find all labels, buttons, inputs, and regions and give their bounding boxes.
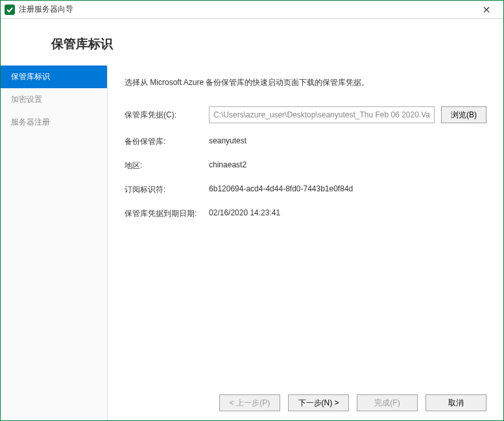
credential-row: 保管库凭据(C): C:\Users\azure_user\Desktop\se…: [125, 106, 486, 123]
subscription-id-value: 6b120694-acd4-4d44-8fd0-7443b1e0f84d: [209, 184, 353, 195]
backup-vault-row: 备份保管库: seanyutest: [125, 136, 486, 147]
region-row: 地区: chinaeast2: [125, 160, 486, 171]
description-text: 选择从 Microsoft Azure 备份保管库的快速启动页面下载的保管库凭据…: [125, 77, 486, 88]
sidebar-item-server-registration[interactable]: 服务器注册: [1, 111, 107, 134]
region-value: chinaeast2: [209, 160, 246, 171]
credential-path-input[interactable]: C:\Users\azure_user\Desktop\seanyutest_T…: [209, 106, 435, 123]
wizard-main: 选择从 Microsoft Azure 备份保管库的快速启动页面下载的保管库凭据…: [108, 66, 503, 420]
expiry-row: 保管库凭据到期日期: 02/16/2020 14:23:41: [125, 208, 486, 219]
wizard-sidebar: 保管库标识 加密设置 服务器注册: [1, 66, 108, 420]
app-icon: [5, 5, 15, 15]
wizard-footer: < 上一步(P) 下一步(N) > 完成(F) 取消: [219, 394, 486, 411]
titlebar: 注册服务器向导: [1, 1, 503, 19]
expiry-value: 02/16/2020 14:23:41: [209, 208, 280, 219]
next-button[interactable]: 下一步(N) >: [288, 394, 349, 411]
expiry-label: 保管库凭据到期日期:: [125, 208, 209, 219]
close-icon: [483, 6, 490, 13]
close-button[interactable]: [474, 1, 499, 18]
subscription-id-label: 订阅标识符:: [125, 184, 209, 195]
backup-vault-value: seanyutest: [209, 136, 246, 147]
browse-button[interactable]: 浏览(B): [441, 106, 486, 123]
page-title: 保管库标识: [51, 36, 471, 53]
registration-wizard-window: 注册服务器向导 保管库标识 保管库标识 加密设置 服务器注册 选择从 Micro…: [0, 0, 504, 421]
wizard-header: 保管库标识: [1, 19, 503, 66]
credential-label: 保管库凭据(C):: [125, 110, 209, 121]
cancel-button[interactable]: 取消: [426, 394, 486, 411]
region-label: 地区:: [125, 160, 209, 171]
wizard-body: 保管库标识 加密设置 服务器注册 选择从 Microsoft Azure 备份保…: [1, 66, 503, 420]
subscription-id-row: 订阅标识符: 6b120694-acd4-4d44-8fd0-7443b1e0f…: [125, 184, 486, 195]
prev-button[interactable]: < 上一步(P): [219, 394, 280, 411]
finish-button[interactable]: 完成(F): [357, 394, 418, 411]
sidebar-item-vault-identity[interactable]: 保管库标识: [1, 66, 107, 88]
backup-vault-label: 备份保管库:: [125, 136, 209, 147]
window-title: 注册服务器向导: [19, 4, 73, 15]
sidebar-item-encryption[interactable]: 加密设置: [1, 88, 107, 111]
